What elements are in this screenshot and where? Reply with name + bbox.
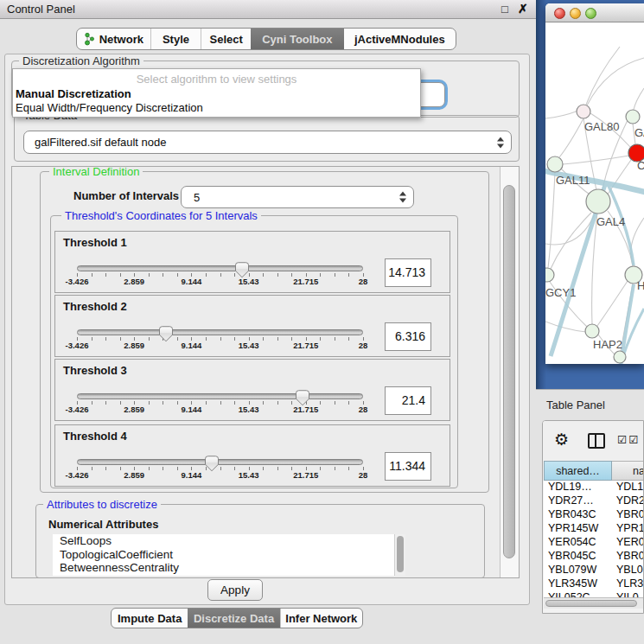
svg-text:H: H	[637, 279, 644, 292]
cell-shared-name: YDR27…	[544, 494, 612, 508]
tick-mark	[149, 273, 150, 277]
tab-select-label: Select	[210, 33, 243, 46]
panel-title: Control Panel	[7, 3, 75, 16]
tick-mark	[335, 337, 335, 341]
tick-mark	[92, 273, 92, 277]
tab-style[interactable]: Style	[150, 29, 201, 49]
slider-thumb[interactable]	[159, 326, 173, 342]
table-row[interactable]: YBR045CYBR0	[544, 550, 644, 564]
tick-mark	[320, 337, 321, 341]
network-window-titlebar[interactable]	[545, 3, 644, 22]
threshold-value-field[interactable]: 11.344	[385, 452, 431, 481]
tick-label: 21.715	[293, 341, 318, 350]
table-row[interactable]: YDR27…YDR2	[544, 494, 644, 508]
tick-mark	[348, 467, 349, 470]
column-header-name[interactable]: na	[612, 461, 644, 481]
attributes-scroll-thumb[interactable]	[397, 536, 404, 572]
gear-icon[interactable]: ⚙	[554, 430, 569, 449]
popup-option-manual[interactable]: Manual Discretization	[16, 87, 131, 100]
apply-button[interactable]: Apply	[207, 579, 263, 601]
table-row[interactable]: YIL052CYIL0	[544, 591, 644, 597]
tick-label: -3.426	[66, 341, 89, 350]
table-rows: YDL19…YDL1YDR27…YDR2YBR043CYBR0YPR145WYP…	[544, 481, 644, 597]
tick-mark	[177, 337, 178, 341]
attribute-item[interactable]: SelfLoops	[53, 534, 405, 548]
table-row[interactable]: YBL079WYBL0	[544, 564, 644, 577]
slider-thumb[interactable]	[296, 390, 309, 406]
main-vertical-scrollbar[interactable]	[500, 167, 519, 577]
table-hscroll-thumb[interactable]	[545, 600, 637, 607]
tab-network[interactable]: Network	[77, 29, 150, 49]
slider-thumb[interactable]	[205, 456, 219, 472]
table-row[interactable]: YER054CYER0	[544, 536, 644, 550]
table-horizontal-scrollbar[interactable]	[544, 597, 644, 609]
table-row[interactable]: YPR145WYPR1	[544, 522, 644, 536]
table-row[interactable]: YBR043CYBR0	[544, 508, 644, 522]
table-row[interactable]: YLR345WYLR3	[544, 577, 644, 591]
close-traffic-light-icon[interactable]	[554, 8, 565, 19]
algorithm-group-title: Discretization Algorithm	[19, 54, 143, 67]
columns-icon[interactable]	[588, 433, 605, 449]
main-scroll-thumb[interactable]	[503, 185, 515, 558]
minimize-traffic-light-icon[interactable]	[570, 8, 581, 19]
tick-mark	[263, 467, 264, 470]
tab-cyni-toolbox[interactable]: Cyni Toolbox	[251, 29, 344, 49]
tab-network-label: Network	[99, 33, 143, 46]
network-canvas[interactable]: GAL80 GA C GAL11 GAL4 GCY1 H HAP2	[545, 23, 644, 364]
slider-thumb[interactable]	[235, 262, 249, 278]
zoom-traffic-light-icon[interactable]	[585, 8, 596, 19]
tab-jactivemnodules[interactable]: jActiveMNodules	[344, 29, 456, 49]
tick-mark	[320, 467, 321, 470]
node-hap2[interactable]	[585, 324, 599, 338]
tick-label: -3.426	[66, 277, 89, 286]
tab-discretize-data[interactable]: Discretize Data	[188, 609, 279, 628]
tick-label: 28	[359, 277, 368, 286]
attribute-items: SelfLoopsTopologicalCoefficientBetweenne…	[53, 534, 405, 575]
tick-mark	[149, 337, 150, 341]
tab-infer-network[interactable]: Infer Network	[280, 609, 362, 628]
table-row[interactable]: YDL19…YDL1	[544, 481, 644, 494]
network-window: GAL80 GA C GAL11 GAL4 GCY1 H HAP2	[545, 3, 644, 364]
node-gal80[interactable]	[577, 105, 590, 118]
node-bottom[interactable]	[614, 351, 626, 363]
tab-select[interactable]: Select	[201, 29, 251, 49]
node-gal11[interactable]	[547, 156, 563, 172]
cell-name: YER0	[612, 536, 644, 550]
close-icon[interactable]: ✗	[518, 3, 528, 15]
column-header-shared[interactable]: shared…	[544, 461, 612, 481]
threshold-value-field[interactable]: 21.4	[385, 386, 431, 415]
control-panel-titlebar: Control Panel □ ✗	[0, 0, 536, 19]
tick-mark	[177, 401, 178, 405]
tick-mark	[163, 467, 163, 470]
threshold-value-field[interactable]: 6.316	[385, 322, 431, 351]
tick-mark	[234, 467, 235, 470]
node-gal4[interactable]	[586, 189, 610, 214]
tick-mark	[206, 337, 207, 341]
attributes-scrollbar[interactable]	[394, 534, 405, 576]
tick-label: 28	[359, 341, 368, 350]
popup-option-equal-width[interactable]: Equal Width/Frequency Discretization	[16, 101, 203, 114]
node-gcy1[interactable]	[545, 268, 554, 282]
tick-mark	[348, 337, 349, 341]
number-of-intervals-combobox[interactable]: 5	[181, 186, 414, 208]
float-window-icon[interactable]: □	[501, 3, 508, 15]
svg-text:GAL11: GAL11	[556, 174, 590, 187]
threshold-value-field[interactable]: 14.713	[385, 258, 431, 287]
tick-label: -3.426	[66, 405, 89, 414]
tick-mark	[163, 273, 163, 277]
tick-mark	[120, 401, 121, 405]
svg-text:C: C	[637, 159, 644, 172]
spinner-arrows-icon	[399, 192, 407, 203]
attribute-item[interactable]: TopologicalCoefficient	[53, 548, 405, 562]
tick-mark	[220, 337, 221, 341]
tab-impute-data[interactable]: Impute Data	[112, 609, 188, 628]
tick-mark	[320, 273, 321, 277]
svg-text:GAL80: GAL80	[584, 120, 619, 133]
node-ga[interactable]	[626, 110, 640, 124]
checkbox-icons[interactable]: ☑☑	[617, 433, 640, 446]
attribute-item[interactable]: BetweennessCentrality	[53, 561, 405, 575]
table-data-combobox[interactable]: galFiltered.sif default node	[23, 131, 512, 154]
tick-label: 21.715	[293, 470, 318, 480]
tick-mark	[206, 401, 207, 405]
spinner-arrows-icon	[496, 137, 505, 148]
